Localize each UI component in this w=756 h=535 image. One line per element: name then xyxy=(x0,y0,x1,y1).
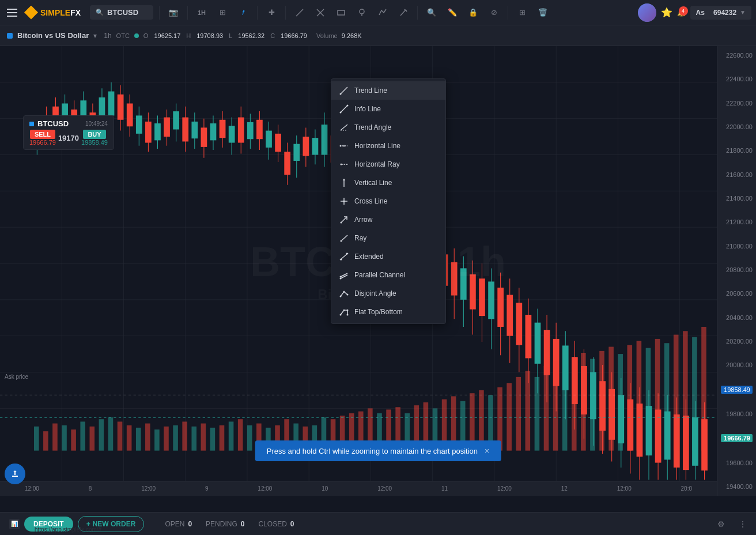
price-19858: 19858.49 xyxy=(721,386,753,394)
price-20200: 20200.00 xyxy=(721,338,753,345)
pin-tool[interactable] xyxy=(354,5,370,21)
tab-closed[interactable]: CLOSED 0 xyxy=(251,518,301,530)
trend-angle-icon xyxy=(339,123,349,132)
hamburger-menu[interactable] xyxy=(5,6,20,19)
price-21600: 21600.00 xyxy=(721,171,753,178)
avatar[interactable] xyxy=(638,3,656,22)
high-label: H xyxy=(186,32,191,39)
time-8: 8 xyxy=(89,485,92,492)
tooltip-close-btn[interactable]: × xyxy=(485,446,489,455)
menu-item-label-ray: Ray xyxy=(354,234,366,242)
svg-rect-180 xyxy=(90,427,95,451)
ticker-indicator xyxy=(29,122,34,126)
menu-item-parallel-channel[interactable]: Parallel Channel xyxy=(331,266,445,284)
menu-item-disjoint-angle[interactable]: Disjoint Angle xyxy=(331,284,445,303)
menu-item-horizontal-line[interactable]: Horizontal Line xyxy=(331,137,445,155)
sell-button[interactable]: SELL xyxy=(30,130,55,139)
path-tool[interactable] xyxy=(375,5,391,21)
time-10: 10 xyxy=(322,485,328,492)
svg-rect-47 xyxy=(118,95,124,120)
menu-item-arrow[interactable]: Arrow xyxy=(331,210,445,229)
chart-icon: 📊 xyxy=(11,521,18,527)
lock-btn[interactable]: 🔒 xyxy=(465,5,481,21)
crosshair-btn[interactable]: ✚ xyxy=(263,5,279,21)
deposit-icon-btn[interactable] xyxy=(5,464,25,484)
trash-btn[interactable]: 🗑️ xyxy=(535,5,551,21)
svg-rect-192 xyxy=(201,424,206,451)
rect-tool[interactable] xyxy=(333,5,349,21)
svg-point-4 xyxy=(360,9,364,14)
svg-rect-61 xyxy=(182,118,188,142)
account-type: As xyxy=(696,9,705,17)
divider-2 xyxy=(187,6,188,20)
formula-btn[interactable]: f xyxy=(235,5,251,21)
buy-button[interactable]: BUY xyxy=(83,130,105,139)
menu-item-info-line[interactable]: Info Line xyxy=(331,100,445,118)
tab-open[interactable]: OPEN 0 xyxy=(158,518,199,530)
indicator-btn[interactable]: ⊞ xyxy=(214,5,230,21)
sell-price: 19666.79 xyxy=(29,139,56,146)
eraser-btn[interactable]: ⊘ xyxy=(486,5,502,21)
symbol-search[interactable]: 🔍 BTCUSD xyxy=(90,5,153,20)
bottom-url: https://app.simplefx.com/# xyxy=(35,526,101,533)
menu-item-label-arrow: Arrow xyxy=(354,216,372,224)
menu-item-horizontal-ray[interactable]: Horizontal Ray xyxy=(331,155,445,174)
star-icon[interactable]: ⭐ xyxy=(661,7,672,18)
svg-line-274 xyxy=(341,275,347,278)
svg-rect-183 xyxy=(118,421,123,450)
time-axis: 12:00 8 12:00 9 12:00 10 12:00 11 12:00 … xyxy=(0,481,717,496)
svg-rect-238 xyxy=(628,345,633,450)
account-btn[interactable]: As | 694232 ▼ xyxy=(690,6,751,20)
menu-item-label-info-line: Info Line xyxy=(354,105,381,113)
menu-item-vertical-line[interactable]: Vertical Line xyxy=(331,174,445,192)
notification-btn[interactable]: 🔔 4 xyxy=(677,9,686,17)
svg-rect-55 xyxy=(154,123,161,140)
h-ray-icon xyxy=(339,160,349,169)
more-btn[interactable]: ⋮ xyxy=(739,519,747,529)
menu-item-label-horizontal-line: Horizontal Line xyxy=(354,142,400,150)
svg-line-269 xyxy=(342,235,347,240)
svg-point-276 xyxy=(340,278,342,280)
pencil-btn[interactable]: ✏️ xyxy=(444,5,460,21)
time-1200-10: 12:00 xyxy=(258,485,272,492)
tab-pending[interactable]: PENDING 0 xyxy=(199,518,251,530)
layers-btn[interactable]: ⊞ xyxy=(514,5,530,21)
avatar-img xyxy=(638,3,656,22)
flat-top-bottom-icon xyxy=(339,307,349,317)
svg-rect-178 xyxy=(71,429,76,451)
line-tool[interactable] xyxy=(292,5,308,21)
svg-rect-194 xyxy=(220,425,225,451)
close-label: C xyxy=(270,32,275,39)
chart-settings-btn[interactable]: ⚙ xyxy=(717,519,725,529)
v-line-icon xyxy=(339,178,349,187)
svg-point-258 xyxy=(343,145,345,147)
svg-rect-239 xyxy=(637,341,642,451)
svg-rect-49 xyxy=(127,103,133,126)
menu-item-trend-angle[interactable]: Trend Angle xyxy=(331,118,445,137)
menu-item-label-extended: Extended xyxy=(354,253,384,261)
menu-item-trend-line[interactable]: Trend Line xyxy=(331,81,445,100)
svg-rect-232 xyxy=(572,357,577,450)
camera-btn[interactable]: 📷 xyxy=(165,5,182,21)
drawing-tools-dropdown: Trend LineInfo LineTrend AngleHorizontal… xyxy=(331,78,446,324)
vol-val: 9.268K xyxy=(342,32,362,39)
svg-rect-67 xyxy=(210,123,217,140)
svg-rect-181 xyxy=(99,419,104,450)
ask-price-label: Ask price xyxy=(5,374,28,380)
chart-type-btn[interactable]: 📊 xyxy=(9,519,20,529)
svg-rect-65 xyxy=(201,127,207,147)
menu-item-extended[interactable]: Extended xyxy=(331,247,445,266)
price-21000: 21000.00 xyxy=(721,243,753,250)
menu-item-ray[interactable]: Ray xyxy=(331,229,445,247)
svg-rect-225 xyxy=(506,383,512,450)
price-22400: 22400.00 xyxy=(721,76,753,82)
menu-item-flat-top-bottom[interactable]: Flat Top/Bottom xyxy=(331,303,445,321)
open-count: 0 xyxy=(188,520,192,528)
ohlc-info: O 19625.17 H 19708.93 L 19562.32 C 19666… xyxy=(143,32,307,39)
logo-text: SIMPLEFX xyxy=(40,8,81,17)
zoom-btn[interactable]: 🔍 xyxy=(424,5,440,21)
menu-item-cross-line[interactable]: Cross Line xyxy=(331,192,445,210)
timeframe-btn[interactable]: 1H xyxy=(194,5,210,21)
pencil-tool[interactable] xyxy=(395,5,411,21)
xline-tool[interactable] xyxy=(312,5,328,21)
